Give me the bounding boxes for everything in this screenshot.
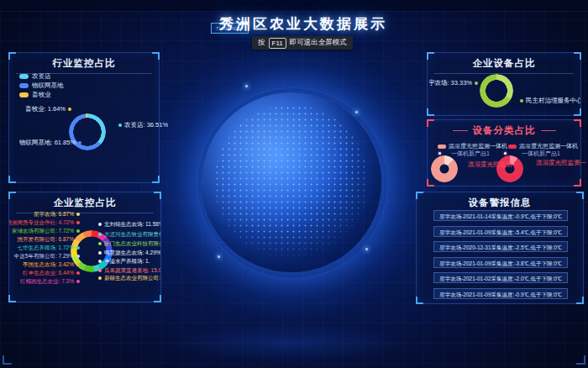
- chart-label-text: 星宇农场: 33.33%: [429, 79, 472, 87]
- chart-label-text: 物联网基地: 61.85%: [19, 139, 76, 146]
- legend-swatch: [508, 145, 517, 149]
- chart-label-dot: [98, 276, 102, 280]
- chart-label-text: 家绿农场有限公司: 7.72%: [12, 227, 74, 234]
- legend-swatch: [19, 83, 29, 88]
- chart-label-text: 新硕生态农业有限公司: 6.87%: [104, 274, 160, 281]
- legend-label: 一体机新产品1: [522, 150, 560, 157]
- chart-label: 家绿农场有限公司: 7.72%: [9, 227, 80, 234]
- alarm-row: 星宇农场-2021-01-09采集温度:-5.4℃,低于下限:0℃: [433, 226, 568, 237]
- panel-device-share: 企业设备占比 星宇农场: 33.33% 民主村治理服务中心: [427, 52, 581, 116]
- chart-label-dot: [98, 233, 102, 236]
- dashboard: TIANZHENT 秀洲区农业大数据展示 按 F11 即可退出全屏模式 行业监控…: [0, 0, 588, 368]
- alarm-row: 星宇农场-2021-01-14采集温度:-0.9℃,低于下限:0℃: [433, 210, 568, 221]
- globe: [202, 92, 381, 272]
- chart-label: 七华生态养殖场: 1.72%: [9, 244, 80, 251]
- chart-label-text: 季国生态农场: 3.42%: [23, 260, 74, 268]
- legend-item[interactable]: 一体机新产品1: [451, 150, 490, 157]
- chart-label-iot: 物联网基地: 61.85%: [19, 139, 81, 146]
- legend-swatch: [19, 74, 29, 79]
- chart-label-text: 陡门生态农业科技有限公: [104, 239, 160, 247]
- panel-device-alarms: 设备警报信息 星宇农场-2021-01-14采集温度:-0.9℃,低于下限:0℃…: [416, 192, 584, 304]
- panel-enterprise-share: 企业监控占比 星宇农场: 6.87% 秀洲周秀专业合作社: 4.72% 家绿农场…: [8, 192, 161, 302]
- legend-label: 一体机新产品1: [451, 150, 490, 157]
- chart-label-dot: [98, 242, 102, 245]
- chart-label: 大运河生态牧业有限责任公: [98, 230, 160, 238]
- industry-legend: 农资店 物联网基地 畜牧业: [19, 73, 64, 101]
- glow-dot: [365, 248, 368, 250]
- chart-label-dot: [520, 99, 523, 103]
- chart-label-text: 鸣慧源生态农场: 4.29%: [104, 249, 160, 256]
- chart-label-dot: [78, 141, 81, 145]
- chart-label-dot: [98, 269, 102, 272]
- legend-item[interactable]: 一体机新产品1: [522, 150, 560, 157]
- chart-label: 鸣慧源生态农场: 4.29%: [98, 249, 160, 256]
- chart-label-text: 大运河生态牧业有限责任公: [104, 230, 160, 238]
- legend-item[interactable]: 温湿度光照监测一体机: [438, 143, 507, 150]
- chart-label-livestock: 畜牧业: 1.64%: [11, 105, 71, 113]
- panel-device-category: 设备分类占比 温湿度光照监测一体机 一体机新产品1 温湿度光照监测一体机 一体机…: [427, 119, 581, 187]
- chart-label-store: 农资店: 36.51%: [118, 121, 168, 129]
- legend-label: 物联网基地: [32, 81, 64, 90]
- glow-dot: [218, 255, 220, 258]
- marker-dot: [504, 152, 507, 155]
- chart-label-text: 民主村治理服务中心: [526, 97, 580, 104]
- tooltip-prefix: 按: [258, 38, 265, 48]
- chart-callout-text: 温湿度光照监测一: [468, 160, 518, 168]
- glow-dot: [245, 85, 248, 87]
- f11-keycap: F11: [269, 38, 286, 49]
- chart-label-text: 星宇农场: 6.87%: [34, 210, 74, 218]
- alarm-list: 星宇农场-2021-01-14采集温度:-0.9℃,低于下限:0℃ 星宇农场-2…: [433, 210, 568, 303]
- panel-title: 设备警报信息: [423, 197, 576, 209]
- page-corner: [576, 355, 585, 365]
- page-corner: [3, 355, 12, 365]
- tooltip-suffix: 即可退出全屏模式: [290, 38, 347, 48]
- chart-label: 红梅园生态农业: 7.3%: [9, 277, 80, 285]
- chart-label-dot: [98, 251, 102, 255]
- chart-label-text: 秀洲周秀专业合作社: 4.72%: [9, 218, 74, 226]
- globe-sheen: [202, 92, 381, 272]
- legend-item[interactable]: 畜牧业: [19, 92, 64, 97]
- chart-label: 北刘锦生态农场: 11.56%: [98, 220, 160, 228]
- chart-label-text: 农资店: 36.51%: [124, 121, 168, 129]
- marker-dot: [438, 152, 441, 155]
- category-donut-b[interactable]: [496, 155, 523, 182]
- panel-industry-share: 行业监控占比 农资店 物联网基地 畜牧业 畜牧业: 1.64% 农资店: 36.…: [8, 52, 160, 183]
- page-title: 秀洲区农业大数据展示: [0, 14, 588, 34]
- chart-label-dot: [76, 229, 80, 233]
- chart-label-text: 红丰生态农业: 6.44%: [23, 269, 74, 276]
- chart-callout-b: 温湿度光照监测一: [536, 160, 586, 166]
- legend-label: 温湿度光照监测一体机: [449, 143, 507, 150]
- chart-label: 丰溢水产养殖场: 1.: [98, 257, 160, 265]
- alarm-row: 星宇农场-2021-01-09采集温度:-3.8℃,低于下限:0℃: [433, 257, 568, 268]
- chart-label: 瓜果蔬菜直通基地: 15.02%: [98, 266, 160, 274]
- chart-label: 国开发有限公司: 6.87%: [9, 235, 80, 243]
- chart-label-dot: [98, 260, 102, 263]
- chart-label: 红丰生态农业: 6.44%: [9, 269, 80, 276]
- legend-item[interactable]: 温湿度光照监测一体机: [508, 143, 578, 150]
- legend-item[interactable]: 农资店: [19, 73, 64, 79]
- category-donut-a[interactable]: [431, 155, 458, 182]
- chart-label-text: 瓜果蔬菜直通基地: 15.02%: [104, 266, 160, 274]
- legend-swatch: [438, 145, 446, 149]
- top-band: [0, 0, 588, 12]
- legend-label: 农资店: [32, 72, 51, 81]
- chart-label-dot: [98, 223, 102, 226]
- chart-label-dot: [118, 124, 122, 127]
- legend-item[interactable]: 物联网基地: [19, 82, 64, 88]
- chart-label: 季国生态农场: 3.42%: [9, 260, 80, 268]
- legend-label: 畜牧业: [32, 91, 51, 99]
- chart-label-text: 畜牧业: 1.64%: [25, 105, 66, 113]
- chart-label-left: 星宇农场: 33.33%: [429, 79, 478, 87]
- device-donut-chart[interactable]: [480, 74, 513, 108]
- chart-label: 秀洲周秀专业合作社: 4.72%: [9, 218, 80, 226]
- chart-label-right: 民主村治理服务中心: [520, 97, 580, 104]
- chart-callout-text: 温湿度光照监测一: [536, 159, 586, 166]
- chart-label: 星宇农场: 6.87%: [9, 210, 80, 218]
- fullscreen-tooltip: 按 F11 即可退出全屏模式: [252, 36, 353, 50]
- chart-label-dot: [68, 108, 71, 111]
- panel-title: 设备分类占比: [434, 124, 574, 137]
- chart-label-text: 北刘锦生态农场: 11.56%: [104, 220, 160, 228]
- chart-label: 新硕生态农业有限公司: 6.87%: [98, 274, 160, 281]
- chart-label-dot: [76, 263, 80, 266]
- chart-label-text: 红梅园生态农业: 7.3%: [20, 277, 74, 285]
